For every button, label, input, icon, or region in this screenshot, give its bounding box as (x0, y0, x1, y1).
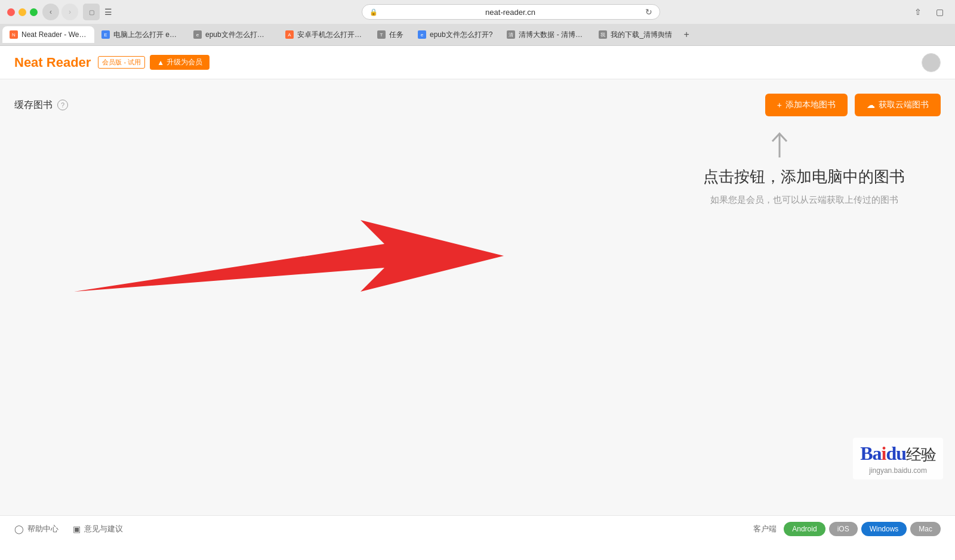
arrow-up-icon (768, 131, 791, 160)
tab-label-6: epub文件怎么打开? (430, 30, 492, 40)
tab-favicon-6: e (418, 30, 426, 39)
help-center-link[interactable]: ◯ 帮助中心 (14, 524, 58, 534)
tab-label-3: epub文件怎么打开-... (205, 30, 271, 40)
get-cloud-label: 获取云端图书 (879, 100, 929, 110)
empty-arrow-up (768, 131, 791, 163)
android-button[interactable]: Android (784, 522, 825, 536)
tab-7[interactable]: 清 清博大数据 - 清博指数 (500, 26, 592, 43)
add-local-book-button[interactable]: + 添加本地图书 (765, 94, 848, 116)
avatar[interactable] (922, 53, 941, 72)
section-header: 缓存图书 ? + 添加本地图书 ☁ 获取云端图书 (14, 94, 941, 116)
baidu-watermark: Baidu经验 jingyan.baidu.com (853, 438, 943, 479)
maximize-button[interactable] (30, 8, 38, 16)
new-tab-button[interactable]: + (679, 27, 694, 42)
empty-state: 点击按钮，添加电脑中的图书 如果您是会员，也可以从云端获取上传过的图书 (14, 131, 941, 381)
main-content: 缓存图书 ? + 添加本地图书 ☁ 获取云端图书 点击按钮，添加电脑中的图书 (0, 79, 955, 515)
tab-label-8: 我的下载_清博舆情 (611, 30, 672, 40)
tab-neat-reader[interactable]: N Neat Reader - Web A... (2, 26, 94, 43)
lock-icon: 🔒 (369, 8, 378, 16)
add-icon: + (777, 100, 782, 110)
address-bar[interactable]: 🔒 neat-reader.cn ↻ (362, 4, 660, 20)
feedback-link[interactable]: ▣ 意见与建议 (73, 524, 123, 534)
ios-button[interactable]: iOS (829, 522, 858, 536)
svg-marker-2 (74, 220, 504, 292)
footer: ◯ 帮助中心 ▣ 意见与建议 客户端 Android iOS Windows M… (0, 515, 955, 542)
menu-icon: ☰ (104, 7, 112, 17)
tab-favicon-7: 清 (507, 30, 515, 39)
app-header: Neat Reader 会员版 - 试用 ▲ 升级为会员 (0, 46, 955, 79)
close-button[interactable] (7, 8, 15, 16)
tab-5[interactable]: T 任务 (370, 26, 411, 43)
extensions-button[interactable]: ▢ (931, 4, 948, 20)
tab-label-2: 电脑上怎么打开 epu... (113, 30, 179, 40)
add-local-label: 添加本地图书 (785, 100, 836, 110)
tab-favicon-4: A (285, 30, 294, 39)
baidu-url: jingyan.baidu.com (860, 466, 936, 475)
tab-label-4: 安卓手机怎么打开 ep... (297, 30, 363, 40)
baidu-logo-text: Baidu经验 (860, 443, 936, 465)
tab-4[interactable]: A 安卓手机怎么打开 ep... (278, 26, 370, 43)
tab-favicon-8: 我 (599, 30, 607, 39)
help-center-label: 帮助中心 (27, 524, 58, 534)
feedback-label: 意见与建议 (84, 524, 123, 534)
empty-subtitle: 如果您是会员，也可以从云端获取上传过的图书 (703, 194, 905, 206)
red-arrow (74, 208, 504, 327)
tab-label-7: 清博大数据 - 清博指数 (519, 30, 584, 40)
tab-3[interactable]: e epub文件怎么打开-... (186, 26, 278, 43)
upgrade-button[interactable]: ▲ 升级为会员 (150, 55, 210, 70)
tab-favicon-3: e (193, 30, 202, 39)
tabs-bar: N Neat Reader - Web A... E 电脑上怎么打开 epu..… (0, 24, 955, 45)
help-icon[interactable]: ? (57, 100, 68, 110)
tab-6[interactable]: e epub文件怎么打开? (411, 26, 500, 43)
minimize-button[interactable] (19, 8, 26, 16)
help-center-icon: ◯ (14, 524, 24, 534)
empty-title: 点击按钮，添加电脑中的图书 (703, 166, 905, 187)
traffic-lights (7, 8, 38, 16)
share-button[interactable]: ⇧ (910, 4, 926, 20)
tab-favicon-5: T (377, 30, 386, 39)
forward-button[interactable]: › (61, 4, 78, 20)
back-button[interactable]: ‹ (42, 4, 59, 20)
cloud-icon: ☁ (867, 100, 875, 110)
section-title-group: 缓存图书 ? (14, 99, 68, 112)
empty-text: 点击按钮，添加电脑中的图书 如果您是会员，也可以从云端获取上传过的图书 (703, 166, 905, 206)
trial-badge: 会员版 - 试用 (98, 56, 145, 69)
get-cloud-book-button[interactable]: ☁ 获取云端图书 (855, 94, 941, 116)
app-logo[interactable]: Neat Reader (14, 55, 91, 70)
feedback-icon: ▣ (73, 524, 81, 534)
action-buttons: + 添加本地图书 ☁ 获取云端图书 (765, 94, 941, 116)
upgrade-icon: ▲ (157, 58, 164, 67)
tab-8[interactable]: 我 我的下载_清博舆情 (592, 26, 679, 43)
tab-2[interactable]: E 电脑上怎么打开 epu... (94, 26, 186, 43)
tab-label-5: 任务 (389, 30, 403, 40)
window-layout-button[interactable]: ▢ (83, 4, 100, 20)
upgrade-label: 升级为会员 (167, 57, 202, 67)
tab-favicon-1: N (10, 30, 18, 39)
client-label: 客户端 (753, 524, 777, 534)
mac-button[interactable]: Mac (910, 522, 941, 536)
windows-button[interactable]: Windows (861, 522, 907, 536)
tab-favicon-2: E (101, 30, 110, 39)
tab-label-1: Neat Reader - Web A... (21, 30, 87, 39)
reload-button[interactable]: ↻ (645, 7, 652, 17)
address-text: neat-reader.cn (381, 8, 639, 17)
section-title: 缓存图书 (14, 99, 53, 112)
